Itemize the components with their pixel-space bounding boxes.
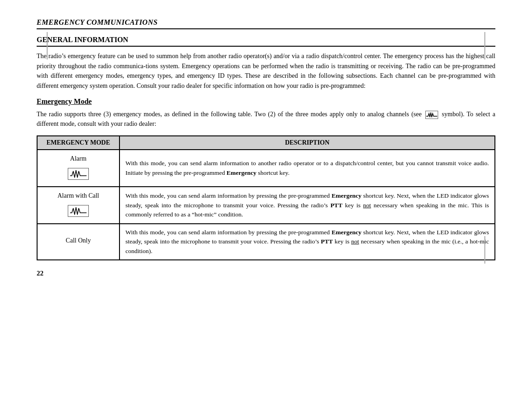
not-text-1: not xyxy=(363,202,371,209)
bold-emergency-3: Emergency xyxy=(331,229,361,236)
page-number: 22 xyxy=(37,270,495,277)
col1-header: EMERGENCY MODE xyxy=(37,136,119,150)
general-information-heading: GENERAL INFORMATION xyxy=(37,36,495,47)
col2-header: DESCRIPTION xyxy=(119,136,495,150)
description-cell-alarm-with-call: With this mode, you can send alarm infor… xyxy=(119,187,495,224)
emergency-mode-heading: Emergency Mode xyxy=(37,97,495,106)
mode-intro-paragraph: The radio supports three (3) emergency m… xyxy=(37,109,495,129)
mode-name-alarm-with-call: Alarm with Call xyxy=(43,191,114,200)
mode-name-alarm: Alarm xyxy=(43,154,114,163)
waveform-icon-alarm xyxy=(68,168,89,180)
page-title: EMERGENCY COMMUNICATIONS xyxy=(37,18,495,29)
analog-symbol xyxy=(425,111,438,119)
description-cell-alarm: With this mode, you can send alarm infor… xyxy=(119,150,495,187)
bold-ptt-1: PTT xyxy=(331,202,342,209)
table-row: Alarm with Call With this mode, you can … xyxy=(37,187,495,224)
emergency-modes-table: EMERGENCY MODE DESCRIPTION Alarm With th… xyxy=(37,135,495,260)
table-row: Alarm With this mode, you can send alarm… xyxy=(37,150,495,187)
bold-emergency-2: Emergency xyxy=(331,192,361,199)
table-row: Call Only With this mode, you can send a… xyxy=(37,224,495,260)
mode-intro-text: The radio supports three (3) emergency m… xyxy=(37,111,422,118)
mode-name-call-only: Call Only xyxy=(43,236,114,245)
waveform-icon-alarm-with-call xyxy=(68,205,89,217)
intro-paragraph: The radio’s emergency feature can be use… xyxy=(37,51,495,91)
bold-emergency-1: Emergency xyxy=(227,169,256,176)
not-text-2: not xyxy=(351,238,359,245)
mode-cell-alarm: Alarm xyxy=(37,150,119,187)
mode-cell-call-only: Call Only xyxy=(37,224,119,260)
description-cell-call-only: With this mode, you can send alarm infor… xyxy=(119,224,495,260)
mode-cell-alarm-with-call: Alarm with Call xyxy=(37,187,119,224)
bold-ptt-2: PTT xyxy=(321,238,333,245)
